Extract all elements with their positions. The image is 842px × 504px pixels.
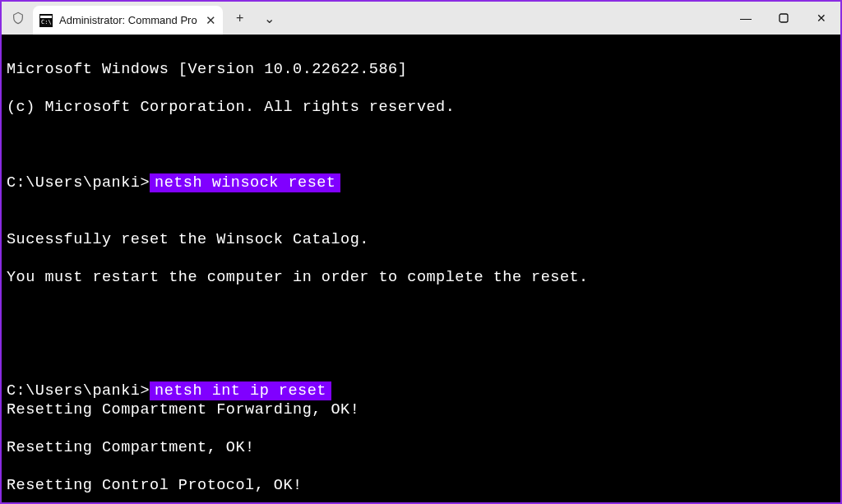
tab-dropdown-button[interactable]: ⌄ (257, 6, 282, 30)
maximize-button[interactable] (765, 2, 803, 35)
command-highlight: netsh int ip reset (150, 381, 331, 400)
new-tab-button[interactable]: + (228, 6, 252, 30)
svg-rect-3 (780, 14, 788, 22)
close-window-button[interactable]: ✕ (803, 2, 840, 35)
active-tab[interactable]: C:\ Administrator: Command Pro ✕ (33, 6, 223, 35)
blank-line (7, 306, 835, 325)
close-tab-button[interactable]: ✕ (206, 13, 216, 28)
blank-line (7, 344, 835, 363)
svg-text:C:\: C:\ (41, 19, 52, 25)
blank-line (7, 136, 835, 155)
prompt: C:\Users\panki> (7, 382, 150, 400)
output-line: Sucessfully reset the Winsock Catalog. (7, 230, 835, 249)
prompt: C:\Users\panki> (7, 174, 150, 192)
window-controls: — ✕ (727, 2, 840, 35)
banner-line: (c) Microsoft Corporation. All rights re… (7, 98, 835, 117)
output-line: You must restart the computer in order t… (7, 268, 835, 287)
minimize-button[interactable]: — (727, 2, 765, 35)
terminal-output[interactable]: Microsoft Windows [Version 10.0.22622.58… (2, 35, 840, 502)
svg-rect-1 (40, 16, 52, 18)
shield-icon (12, 10, 25, 26)
tab-title: Administrator: Command Pro (59, 14, 197, 26)
output-line: Resetting Compartment Forwarding, OK! (7, 400, 835, 419)
output-line: Resetting Control Protocol, OK! (7, 476, 835, 495)
blank-line (7, 192, 835, 211)
command-highlight: netsh winsock reset (150, 173, 340, 192)
window-titlebar: C:\ Administrator: Command Pro ✕ + ⌄ — ✕ (2, 2, 840, 35)
output-line: Resetting Compartment, OK! (7, 438, 835, 457)
banner-line: Microsoft Windows [Version 10.0.22622.58… (7, 60, 835, 79)
cmd-icon: C:\ (39, 14, 53, 27)
